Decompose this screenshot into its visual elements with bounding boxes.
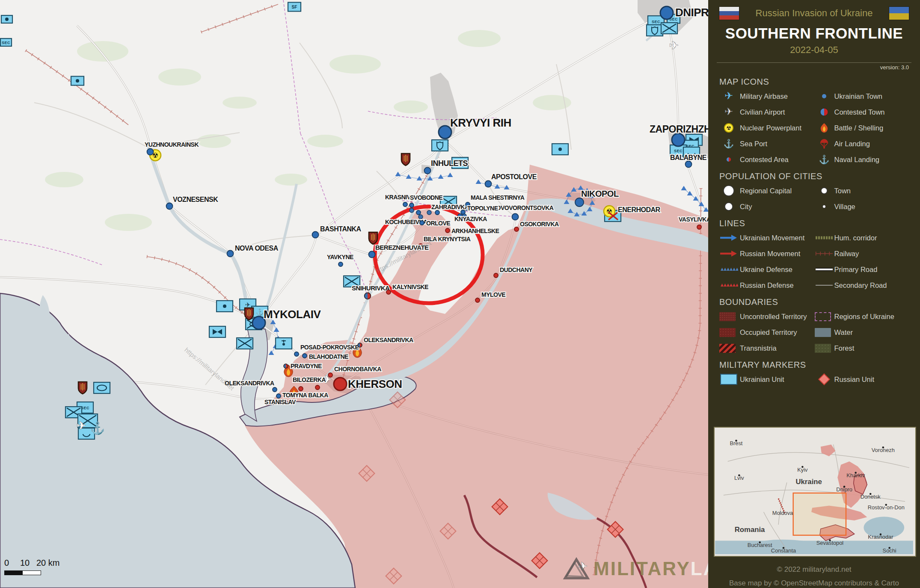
ua-unit-marker [647,25,663,36]
city-label: POSAD-POKROVSKE [300,344,359,351]
city-marker-enerhodar: ENERHODAR [618,206,661,213]
svg-text:⚓: ⚓ [819,154,829,165]
svg-text:⚓: ⚓ [256,308,264,316]
ua-unit-marker [209,326,226,337]
town-dot [427,210,431,215]
legend-item-label: Russian Unit [834,375,909,384]
svg-text:⚓: ⚓ [90,421,105,435]
city-label: YUZHNOUKRAINSK [145,141,199,148]
line-road1-icon [815,264,834,275]
naval-landing-icon: ⚓ [815,154,834,165]
legend-item-label: Ukraine Defense [740,266,815,274]
map-terrain [0,0,708,588]
legend-item-label: Town [834,187,909,195]
civilian-airport-icon: ✈ [77,419,86,432]
city-label: ORLOVE [426,220,450,227]
city-label: APOSTOLOVE [491,173,537,180]
sw-uncontrolled-icon [719,311,740,322]
inset-label: Rostov-on-Don [868,504,905,511]
copyright-line: © 2022 militaryland.net [708,563,920,576]
version-label: version: 3.0 [708,63,920,71]
pop-city-icon [719,201,740,212]
legend-item-label: Uncontrolled Territory [740,313,815,321]
line-ua-def-icon [719,264,740,275]
legend-item-label: Hum. corridor [834,234,909,242]
southern-frontline-map-page: SFSECSECSECSECSECSEC✈⚓SEC☢☢✈✈✈✈⚓DNIPROKR… [0,0,920,588]
ua-unit-marker: SEC [0,38,12,46]
legend-section: MILITARY MARKERSUkrainian UnitRussian Un… [719,360,909,385]
city-marker-blahodatne: BLAHODATNE [303,353,348,360]
legend-item-label: Civilian Airport [740,108,815,116]
sidebar-header: Russian Invasion of Ukraine SOUTHERN FRO… [708,0,920,56]
inset-label: Sevastopol [816,540,843,546]
city-label: ARKHANHELSKE [451,228,499,234]
inset-label: Sochi [883,547,896,554]
contested-town-icon [815,106,834,118]
city-label: SVOBODNE [410,194,442,201]
scale-label: 0 [4,558,20,568]
city-label: INHULETS [431,159,468,168]
inset-label: Bucharest [748,542,772,548]
legend-item-label: City [740,203,815,211]
city-label: TOMYNA BALKA [282,392,328,399]
ua-unit-marker [217,301,233,312]
military-emblem [78,382,87,394]
svg-text:✈: ✈ [77,419,86,432]
line-rail-icon [815,248,834,259]
main-map: SFSECSECSECSECSECSEC✈⚓SEC☢☢✈✈✈✈⚓DNIPROKR… [0,0,708,588]
military-emblem [369,232,377,244]
city-label: MYLOVE [481,291,505,298]
city-label: DUDCHANY [500,266,533,273]
svg-text:✈: ✈ [669,39,679,52]
inset-label: Donetsk [861,493,881,500]
city-label: NOVA ODESA [235,245,279,252]
legend-item-label: Russian Defense [740,281,815,290]
military-emblem [401,154,410,165]
legend-section-title: MILITARY MARKERS [719,360,909,370]
legend-section: LINESUkrainian MovementHum. corridorRuss… [719,219,909,291]
city-label: DNIPRO [675,6,708,19]
sw-transnistria-icon [719,343,740,354]
city-marker-dnipro: DNIPRO [660,6,708,19]
battle-shelling-icon [815,122,834,133]
legend-item-label: Nuclear Powerplant [740,124,815,132]
city-label: KRYVYI RIH [450,116,511,129]
pop-village-icon [815,201,834,212]
city-label: VASYLIVKA [679,216,708,223]
legend-item-label: Air Landing [834,140,909,148]
mk-ua-icon [719,374,740,385]
legend-section-title: MAP ICONS [719,77,909,87]
svg-text:SEC: SEC [674,149,683,153]
legend-item-label: Ukrainian Unit [740,375,815,384]
city-label: STANISLAV [264,399,296,405]
legend-section: POPULATION OF CITIESRegional CapitalTown… [719,171,909,212]
scale-label: 20 km [36,558,59,568]
city-label: BLAHODATNE [309,353,348,360]
ua-unit-marker [661,23,677,34]
city-label: SNIHURIVKA [352,284,390,292]
city-label: MYKOLAIV [264,308,321,321]
line-road2-icon [815,280,834,291]
scale-labels: 01020 km [4,558,64,568]
svg-text:SEC: SEC [2,41,10,45]
inset-label: Constanta [771,547,796,554]
sw-occupied-icon [719,327,740,338]
svg-text:✈: ✈ [724,90,733,101]
nuclear-powerplant-icon: ☢ [719,122,740,133]
city-label: KHERSON [348,378,402,390]
city-marker-kherson: KHERSON [334,378,402,390]
legend-section-title: BOUNDARIES [719,297,909,307]
city-label: OSOKORIVKA [520,221,559,228]
pop-regional-icon [719,185,740,196]
ua-unit-marker [552,144,568,155]
legend-item-label: Primary Road [834,266,909,274]
city-label: BILOZERKA [293,376,326,383]
city-label: PRAVDYNE [291,363,322,369]
city-label: CHORNOBAIVKA [334,366,381,372]
scale-bar: 01020 km [4,558,64,575]
legend-item-label: Water [834,328,909,337]
town-dot [410,208,414,213]
legend-item-label: Battle / Shelling [834,124,909,132]
city-marker-arkhanhelske: ARKHANHELSKE [445,228,499,234]
legend-section: MAP ICONS✈Military AirbaseUkrainian Town… [719,77,909,165]
